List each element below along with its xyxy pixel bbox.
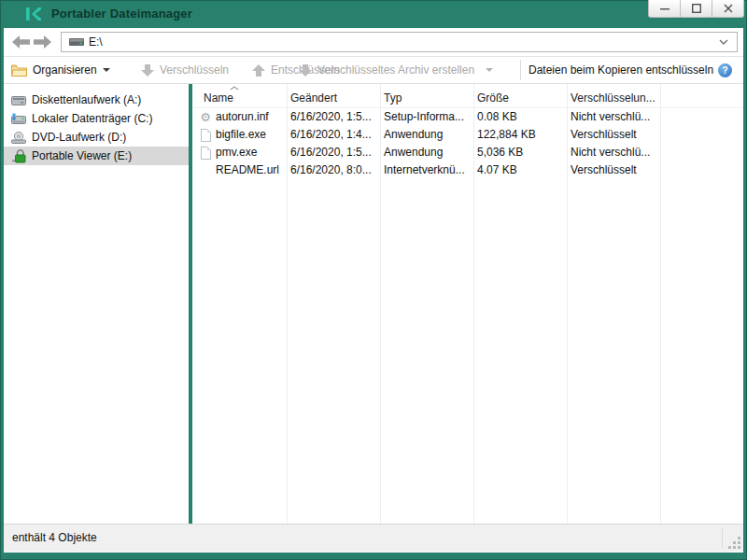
file-size-cell: 5,036 KB [477,144,523,161]
status-bar: enthält 4 Objekte [4,524,743,552]
file-size-cell: 0.08 KB [477,108,517,126]
column-header-name[interactable]: Name [204,91,233,105]
organize-label: Organisieren [33,63,97,77]
sidebar-item-drive-e[interactable]: Portable Viewer (E:) [4,147,189,165]
app-window: Portabler Dateimanager [0,0,747,560]
file-name-cell: bigfile.exe [216,126,266,144]
close-icon [724,4,733,13]
sidebar-item-label: Portable Viewer (E:) [32,149,132,162]
file-size-cell: 4.07 KB [477,161,517,179]
drive-icon [69,38,84,46]
gear-icon: ⚙ [198,110,213,124]
file-modified-cell: 6/16/2020, 1:5... [290,108,372,126]
file-encryption-cell: Nicht verschlü... [571,108,650,126]
file-encryption-cell: Verschlüsselt [571,161,637,179]
file-type-cell: Internetverknü... [384,161,465,179]
create-archive-label: Verschlüsseltes Archiv erstellen [317,63,474,77]
close-button[interactable] [712,0,744,18]
file-icon-placeholder [198,163,213,177]
column-header-modified[interactable]: Geändert [290,91,337,105]
help-icon[interactable]: ? [718,63,732,77]
file-type-cell: Setup-Informa... [384,108,464,126]
minimize-icon [660,4,669,13]
sidebar-item-drive-a[interactable]: Diskettenlaufwerk (A:) [4,91,189,109]
nav-bar: E:\ [4,28,743,57]
sidebar-item-drive-d[interactable]: DVD-Laufwerk (D:) [4,128,189,147]
sidebar-item-label: Diskettenlaufwerk (A:) [32,93,141,106]
file-modified-cell: 6/16/2020, 1:5... [290,144,372,161]
main-area: Diskettenlaufwerk (A:) Lokaler Datenträg… [4,84,743,524]
minimize-button[interactable] [648,0,681,18]
decrypt-on-copy-option: Dateien beim Kopieren entschlüsseln [529,57,713,83]
window-title: Portabler Dateimanager [51,0,192,28]
caret-down-icon [486,68,493,72]
file-type-cell: Anwendung [384,144,443,161]
file-size-cell: 122,884 KB [477,126,536,144]
forward-icon [34,35,51,49]
floppy-drive-icon [9,94,28,105]
caret-down-icon [103,68,110,72]
forward-button[interactable] [32,34,52,50]
table-row[interactable]: README.url 6/16/2020, 8:0... Internetver… [192,161,743,179]
arrow-down-icon [299,64,312,77]
list-header: Name Geändert Typ Größe Verschlüsselun..… [192,84,743,108]
encrypt-label: Verschlüsseln [160,63,229,77]
table-row[interactable]: bigfile.exe 6/16/2020, 1:4... Anwendung … [192,126,743,144]
file-name-cell: README.url [216,161,279,179]
file-type-cell: Anwendung [384,126,443,144]
sidebar: Diskettenlaufwerk (A:) Lokaler Datenträg… [4,84,189,524]
arrow-up-icon [252,64,265,77]
dvd-drive-icon [9,132,28,144]
file-modified-cell: 6/16/2020, 1:4... [290,126,372,144]
sort-ascending-icon [230,86,239,91]
file-encryption-cell: Verschlüsselt [571,126,637,144]
lock-icon [9,149,28,163]
encrypt-button[interactable]: Verschlüsseln [141,57,229,83]
folder-icon [11,64,27,77]
sidebar-item-drive-c[interactable]: Lokaler Datenträger (C:) [4,109,189,128]
resize-grip[interactable] [728,537,740,549]
file-icon [198,128,213,142]
title-bar: Portabler Dateimanager [0,0,747,28]
hard-drive-icon [9,113,28,124]
back-icon [12,35,30,49]
file-name-cell: autorun.inf [216,108,269,126]
toolbar-separator [520,60,521,80]
maximize-icon [692,4,701,13]
status-text: enthält 4 Objekte [12,525,97,551]
address-bar[interactable]: E:\ [61,32,738,52]
column-header-size[interactable]: Größe [477,91,509,105]
file-list: Name Geändert Typ Größe Verschlüsselun..… [192,84,743,524]
file-rows: ⚙ autorun.inf 6/16/2020, 1:5... Setup-In… [192,108,743,179]
file-modified-cell: 6/16/2020, 8:0... [290,161,372,179]
column-header-type[interactable]: Typ [384,91,402,105]
sidebar-item-label: Lokaler Datenträger (C:) [32,112,152,125]
sidebar-item-label: DVD-Laufwerk (D:) [32,131,126,144]
back-button[interactable] [10,34,31,50]
file-name-cell: pmv.exe [216,144,257,161]
window-body: E:\ Organisieren [4,28,743,553]
create-archive-button[interactable]: Verschlüsseltes Archiv erstellen [299,57,493,83]
arrow-down-icon [141,64,154,77]
status-separator [722,528,723,548]
decrypt-on-copy-label: Dateien beim Kopieren entschlüsseln [529,63,713,77]
address-text: E:\ [89,33,103,51]
table-row[interactable]: pmv.exe 6/16/2020, 1:5... Anwendung 5,03… [192,144,743,161]
column-header-encryption[interactable]: Verschlüsselun... [571,91,655,105]
file-encryption-cell: Nicht verschlü... [571,144,650,161]
chevron-down-icon[interactable] [719,39,728,45]
file-icon [198,146,213,160]
toolbar: Organisieren Verschlüsseln Entschlüsseln [4,57,743,84]
window-controls [648,0,744,18]
maximize-button[interactable] [680,0,712,18]
kaspersky-logo-icon [26,7,41,21]
organize-button[interactable]: Organisieren [11,57,110,83]
table-row[interactable]: ⚙ autorun.inf 6/16/2020, 1:5... Setup-In… [192,108,743,126]
